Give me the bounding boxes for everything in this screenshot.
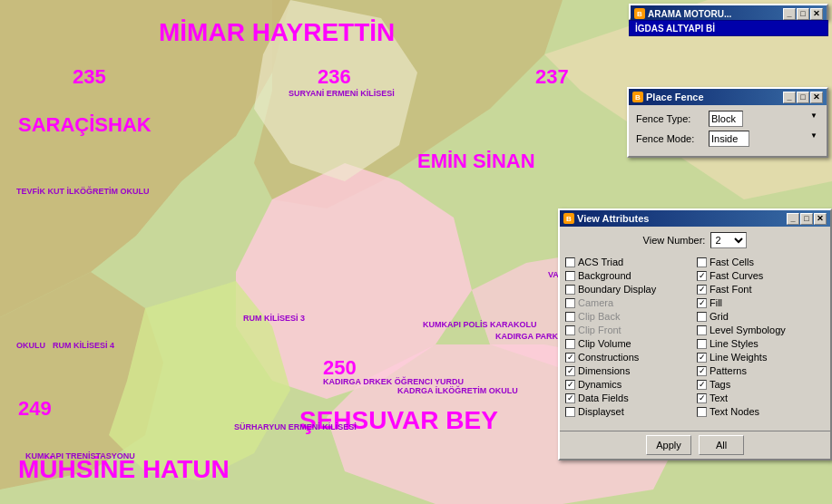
attr-label-clip-back: Clip Back bbox=[578, 311, 620, 322]
place-fence-titlebar: B Place Fence _ □ ✕ bbox=[629, 89, 827, 105]
attr-cb-displayset[interactable] bbox=[565, 407, 575, 417]
attr-label-patterns: Patterns bbox=[710, 365, 747, 376]
attr-label-acs-triad: ACS Triad bbox=[578, 257, 623, 267]
attr-label-fast-curves: Fast Curves bbox=[710, 270, 763, 281]
view-attrs-title: View Attributes bbox=[577, 213, 649, 224]
attr-label-boundary-display: Boundary Display bbox=[578, 284, 656, 295]
attr-item-data-fields: Data Fields bbox=[565, 392, 693, 404]
attr-label-data-fields: Data Fields bbox=[578, 393, 629, 403]
attr-item-dimensions: Dimensions bbox=[565, 364, 693, 377]
view-number-select[interactable]: 2 1 3 bbox=[710, 232, 747, 248]
place-fence-close-btn[interactable]: ✕ bbox=[810, 92, 823, 103]
attr-label-grid: Grid bbox=[710, 311, 729, 322]
attr-label-line-weights: Line Weights bbox=[710, 352, 767, 363]
view-attrs-close-btn[interactable]: ✕ bbox=[814, 213, 827, 225]
attr-cb-clip-front[interactable] bbox=[565, 325, 575, 335]
attr-label-level-symbology: Level Symbology bbox=[710, 325, 786, 335]
view-attrs-icon: B bbox=[563, 213, 574, 224]
attr-cb-boundary-display[interactable] bbox=[565, 285, 575, 295]
view-attrs-minimize-btn[interactable]: _ bbox=[787, 213, 799, 225]
place-fence-minimize-btn[interactable]: _ bbox=[783, 92, 796, 103]
attr-label-line-styles: Line Styles bbox=[710, 338, 759, 349]
view-attrs-titlebar: B View Attributes _ □ ✕ bbox=[560, 210, 830, 227]
view-number-label: View Number: bbox=[643, 235, 706, 246]
search-minimize-btn[interactable]: _ bbox=[783, 8, 796, 20]
attr-cb-grid[interactable] bbox=[697, 312, 707, 322]
attr-cb-line-styles[interactable] bbox=[697, 339, 707, 349]
attr-item-level-symbology: Level Symbology bbox=[697, 324, 825, 336]
attr-cb-fill[interactable] bbox=[697, 298, 707, 308]
search-close-btn[interactable]: ✕ bbox=[810, 8, 823, 20]
fence-mode-select[interactable]: Inside Outside Overlap bbox=[709, 131, 749, 147]
attr-item-background: Background bbox=[565, 269, 693, 282]
attr-label-fast-cells: Fast Cells bbox=[710, 257, 754, 267]
search-maximize-btn[interactable]: □ bbox=[797, 8, 809, 20]
all-button[interactable]: All bbox=[699, 435, 744, 455]
attr-cb-level-symbology[interactable] bbox=[697, 325, 707, 335]
view-attrs-content: View Number: 2 1 3 ACS TriadFast CellsBa… bbox=[560, 227, 830, 431]
attr-label-clip-volume: Clip Volume bbox=[578, 338, 631, 349]
fence-type-select[interactable]: Block Shape Circle bbox=[709, 111, 743, 127]
view-attributes-window: B View Attributes _ □ ✕ View Number: 2 1… bbox=[558, 208, 832, 460]
attr-label-text: Text bbox=[710, 393, 728, 403]
attr-item-acs-triad: ACS Triad bbox=[565, 256, 693, 268]
attr-cb-fast-curves[interactable] bbox=[697, 271, 707, 281]
search-window: B ARAMA MOTORU... _ □ ✕ bbox=[629, 4, 828, 20]
view-attrs-footer: Apply All bbox=[560, 431, 830, 459]
attr-cb-clip-volume[interactable] bbox=[565, 339, 575, 349]
attr-item-fill: Fill bbox=[697, 296, 825, 309]
attr-item-patterns: Patterns bbox=[697, 364, 825, 377]
attr-cb-patterns[interactable] bbox=[697, 366, 707, 376]
attr-item-clip-back: Clip Back bbox=[565, 310, 693, 323]
place-fence-maximize-btn[interactable]: □ bbox=[797, 92, 809, 103]
attr-cb-text-nodes[interactable] bbox=[697, 407, 707, 417]
attr-label-dynamics: Dynamics bbox=[578, 379, 622, 390]
attr-item-tags: Tags bbox=[697, 378, 825, 391]
fence-type-label: Fence Type: bbox=[636, 113, 709, 124]
attr-label-displayset: Displayset bbox=[578, 406, 624, 417]
attr-item-text: Text bbox=[697, 392, 825, 404]
attr-item-line-styles: Line Styles bbox=[697, 337, 825, 350]
attr-item-clip-front: Clip Front bbox=[565, 324, 693, 336]
attr-cb-camera[interactable] bbox=[565, 298, 575, 308]
attr-cb-text[interactable] bbox=[697, 393, 707, 403]
attr-cb-clip-back[interactable] bbox=[565, 312, 575, 322]
attr-cb-data-fields[interactable] bbox=[565, 393, 575, 403]
place-fence-content: Fence Type: Block Shape Circle Fence Mod… bbox=[629, 105, 827, 156]
attrs-grid: ACS TriadFast CellsBackgroundFast Curves… bbox=[565, 256, 825, 418]
attr-label-tags: Tags bbox=[710, 379, 730, 390]
attr-cb-background[interactable] bbox=[565, 271, 575, 281]
place-fence-title: Place Fence bbox=[646, 92, 704, 102]
attr-item-fast-cells: Fast Cells bbox=[697, 256, 825, 268]
place-fence-window: B Place Fence _ □ ✕ Fence Type: Block Sh… bbox=[627, 87, 828, 158]
view-attrs-maximize-btn[interactable]: □ bbox=[800, 213, 813, 225]
place-fence-icon: B bbox=[632, 92, 643, 102]
attr-cb-acs-triad[interactable] bbox=[565, 257, 575, 267]
attr-cb-fast-font[interactable] bbox=[697, 285, 707, 295]
search-win-icon: B bbox=[634, 8, 645, 19]
attr-cb-fast-cells[interactable] bbox=[697, 257, 707, 267]
attr-cb-tags[interactable] bbox=[697, 380, 707, 390]
attr-item-text-nodes: Text Nodes bbox=[697, 405, 825, 418]
attr-cb-dynamics[interactable] bbox=[565, 380, 575, 390]
attr-label-fast-font: Fast Font bbox=[710, 284, 751, 295]
attr-label-text-nodes: Text Nodes bbox=[710, 406, 759, 417]
attr-item-grid: Grid bbox=[697, 310, 825, 323]
attr-item-boundary-display: Boundary Display bbox=[565, 283, 693, 296]
attr-label-camera: Camera bbox=[578, 297, 613, 308]
attr-cb-constructions[interactable] bbox=[565, 353, 575, 363]
attr-label-background: Background bbox=[578, 270, 631, 281]
search-subtitle: İGDAS ALTYAPI Bİ bbox=[635, 24, 715, 34]
attr-item-clip-volume: Clip Volume bbox=[565, 337, 693, 350]
attr-cb-line-weights[interactable] bbox=[697, 353, 707, 363]
attr-label-clip-front: Clip Front bbox=[578, 325, 622, 335]
attr-item-fast-curves: Fast Curves bbox=[697, 269, 825, 282]
attr-item-displayset: Displayset bbox=[565, 405, 693, 418]
attr-label-fill: Fill bbox=[710, 297, 722, 308]
attr-cb-dimensions[interactable] bbox=[565, 366, 575, 376]
attr-item-fast-font: Fast Font bbox=[697, 283, 825, 296]
apply-button[interactable]: Apply bbox=[646, 435, 691, 455]
attr-label-dimensions: Dimensions bbox=[578, 365, 630, 376]
attr-label-constructions: Constructions bbox=[578, 352, 639, 363]
search-subtitle-bar: İGDAS ALTYAPI Bİ bbox=[629, 20, 828, 36]
